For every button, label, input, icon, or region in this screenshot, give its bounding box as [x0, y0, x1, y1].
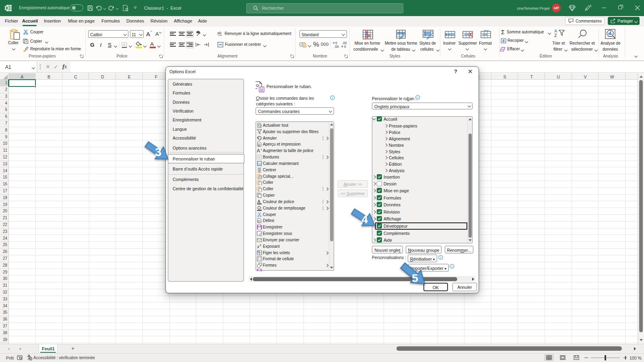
svg-text:3: 3: [155, 146, 161, 158]
svg-text:.00: .00: [334, 45, 339, 48]
svg-text:A: A: [258, 199, 261, 204]
svg-text:0: 0: [344, 45, 346, 48]
svg-text:5: 5: [412, 272, 418, 284]
svg-text:A: A: [257, 148, 260, 153]
svg-text:ab: ab: [217, 31, 221, 35]
svg-text:x: x: [257, 245, 260, 249]
svg-text:ab: ab: [196, 31, 200, 33]
svg-text:2: 2: [260, 244, 261, 247]
svg-text:4: 4: [361, 213, 368, 226]
